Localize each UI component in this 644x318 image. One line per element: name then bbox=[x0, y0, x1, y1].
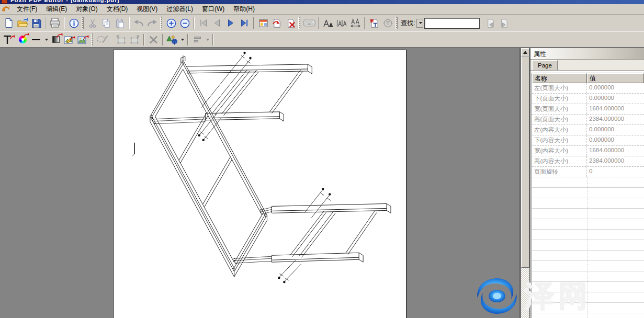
char-width-button[interactable] bbox=[348, 17, 362, 30]
lasso-icon bbox=[96, 35, 108, 44]
prop-row[interactable]: 高(内容大小)2384.000000 bbox=[532, 156, 644, 167]
menu-filter[interactable]: 过滤器(L) bbox=[163, 4, 197, 15]
add-color-button[interactable] bbox=[16, 33, 29, 46]
menu-window[interactable]: 窗口(W) bbox=[198, 4, 228, 15]
prop-row[interactable]: 页面旋转0 bbox=[532, 167, 644, 177]
toolbar-handle[interactable] bbox=[160, 17, 162, 29]
delete-object-icon bbox=[148, 35, 159, 44]
insert-page-icon bbox=[272, 18, 282, 28]
page-layout-icon bbox=[258, 18, 268, 28]
find-input[interactable] bbox=[425, 18, 479, 28]
open-button[interactable] bbox=[16, 17, 29, 30]
print-icon bbox=[49, 18, 61, 28]
properties-panel: 属性 Page 名称 值 左(页面大小)0.000000 下(页面大小)0.00… bbox=[529, 48, 644, 318]
arrange-back-button[interactable] bbox=[114, 33, 128, 46]
find-next-button[interactable] bbox=[497, 17, 511, 30]
zoom-out-button[interactable] bbox=[178, 17, 191, 30]
toolbar-handle[interactable] bbox=[82, 17, 84, 29]
prop-name: 左(页面大小) bbox=[532, 83, 587, 93]
shapes-dropdown[interactable] bbox=[179, 33, 185, 46]
next-page-button[interactable] bbox=[224, 17, 238, 30]
print-button[interactable] bbox=[48, 17, 62, 30]
prop-row[interactable]: 宽(页面大小)1684.000000 bbox=[532, 104, 644, 115]
separator bbox=[318, 17, 319, 29]
first-page-button[interactable] bbox=[197, 17, 210, 30]
cut-button[interactable] bbox=[86, 17, 99, 30]
menu-view[interactable]: 视图(V) bbox=[133, 4, 161, 15]
document-info-button[interactable] bbox=[67, 17, 81, 30]
text-circle-button[interactable] bbox=[381, 17, 394, 30]
prop-row[interactable]: 下(内容大小)0.000000 bbox=[532, 135, 644, 146]
prop-row[interactable]: 左(内容大小)0.000000 bbox=[532, 125, 644, 135]
separator bbox=[129, 17, 130, 29]
menu-object[interactable]: 对象(O) bbox=[72, 4, 101, 15]
line-style-dropdown[interactable] bbox=[43, 33, 49, 46]
panel-title: 属性 bbox=[530, 48, 644, 60]
tab-page[interactable]: Page bbox=[532, 60, 558, 70]
panel-tab-row: Page bbox=[530, 60, 644, 71]
scrollbar-thumb[interactable] bbox=[521, 56, 529, 268]
shapes-button[interactable] bbox=[165, 33, 179, 46]
delete-page-button[interactable] bbox=[284, 17, 297, 30]
toolbar-handle[interactable] bbox=[298, 17, 300, 29]
find-label: 查找: bbox=[401, 19, 415, 28]
empty-rows-area bbox=[532, 177, 644, 318]
separator bbox=[143, 34, 144, 46]
red-arrow-icon bbox=[23, 33, 29, 38]
next-page-icon bbox=[226, 18, 235, 28]
insert-page-button[interactable] bbox=[270, 17, 284, 30]
arrange-front-icon bbox=[129, 35, 140, 44]
edit-image-button[interactable] bbox=[63, 33, 76, 46]
undo-button[interactable] bbox=[132, 17, 145, 30]
zoom-in-button[interactable] bbox=[164, 17, 178, 30]
kerning-button[interactable] bbox=[335, 17, 348, 30]
prop-row[interactable]: 下(页面大小)0.000000 bbox=[532, 94, 644, 104]
prop-row[interactable]: 高(页面大小)2384.000000 bbox=[532, 115, 644, 125]
menu-help[interactable]: 帮助(H) bbox=[230, 4, 258, 15]
align-button[interactable] bbox=[190, 33, 204, 46]
font-button[interactable] bbox=[321, 17, 335, 30]
menu-edit[interactable]: 编辑(E) bbox=[42, 4, 71, 15]
line-style-icon bbox=[32, 39, 40, 40]
menu-file[interactable]: 文件(F) bbox=[13, 4, 41, 15]
separator bbox=[45, 17, 46, 29]
prop-row[interactable]: 宽(内容大小)1684.000000 bbox=[532, 146, 644, 156]
chevron-down-icon bbox=[419, 22, 422, 24]
lasso-select-button[interactable] bbox=[95, 33, 109, 46]
toolbar-handle[interactable] bbox=[396, 17, 398, 29]
prop-value: 1684.000000 bbox=[587, 104, 644, 114]
vertical-scrollbar[interactable] bbox=[521, 48, 529, 318]
panel-divider bbox=[519, 48, 521, 318]
add-text-object-button[interactable] bbox=[2, 33, 16, 46]
prop-row[interactable]: 左(页面大小)0.000000 bbox=[532, 83, 644, 94]
delete-object-button[interactable] bbox=[146, 33, 160, 46]
page-layout-button[interactable] bbox=[256, 17, 270, 30]
kerning-icon bbox=[336, 19, 347, 28]
table-header: 名称 值 bbox=[532, 73, 644, 83]
add-image-button[interactable] bbox=[76, 33, 90, 46]
find-previous-button[interactable] bbox=[483, 17, 497, 30]
scroll-up-button[interactable] bbox=[521, 48, 529, 56]
prop-name: 高(内容大小) bbox=[532, 156, 587, 166]
redo-button[interactable] bbox=[145, 17, 159, 30]
column-header-value: 值 bbox=[587, 73, 644, 83]
save-button[interactable] bbox=[29, 17, 43, 30]
separator bbox=[162, 34, 163, 46]
align-dropdown[interactable] bbox=[204, 33, 210, 46]
toolbar-handle[interactable] bbox=[91, 33, 93, 46]
pdf-page-canvas[interactable] bbox=[113, 50, 406, 318]
copy-button[interactable] bbox=[99, 17, 113, 30]
paste-button[interactable] bbox=[113, 17, 127, 30]
arrange-front-button[interactable] bbox=[128, 33, 141, 46]
text-object-icon bbox=[3, 34, 15, 45]
add-text-button[interactable] bbox=[367, 17, 381, 30]
line-style-button[interactable] bbox=[29, 33, 43, 46]
last-page-button[interactable] bbox=[238, 17, 251, 30]
new-document-button[interactable] bbox=[2, 17, 16, 30]
find-dropdown-button[interactable] bbox=[416, 19, 423, 28]
menu-document[interactable]: 文档(D) bbox=[103, 4, 132, 15]
add-shading-button[interactable] bbox=[49, 33, 63, 46]
first-page-icon bbox=[199, 18, 208, 28]
keyboard-button[interactable] bbox=[302, 17, 316, 30]
prev-page-button[interactable] bbox=[210, 17, 224, 30]
